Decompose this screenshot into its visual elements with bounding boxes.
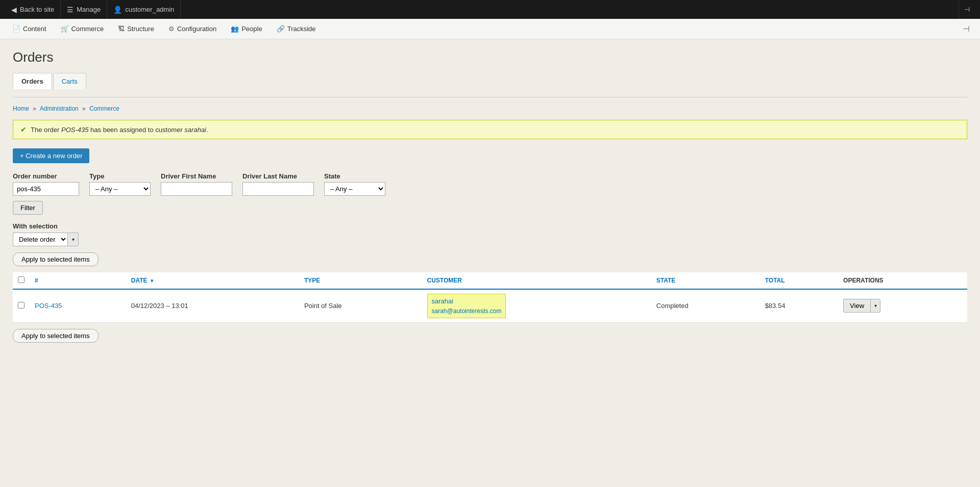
row-date: 04/12/2023 – 13:01 (126, 289, 299, 322)
selection-dropdown-arrow[interactable]: ▾ (67, 233, 79, 246)
driver-first-field: Driver First Name (161, 172, 232, 196)
create-order-button[interactable]: + Create a new order (13, 148, 89, 163)
select-all-header (13, 272, 30, 289)
admin-bar: ◀ Back to site ☰ Manage 👤 customer_admin… (0, 0, 980, 19)
trackside-icon: 🔗 (277, 25, 285, 33)
filter-form: Order number Type – Any – Driver First N… (13, 172, 967, 215)
breadcrumb-home[interactable]: Home (13, 105, 29, 112)
view-dropdown-arrow[interactable]: ▾ (870, 299, 880, 313)
manage-link[interactable]: ☰ Manage (61, 0, 107, 19)
col-header-state: STATE (651, 272, 760, 289)
driver-last-label: Driver Last Name (242, 172, 314, 180)
order-number-input[interactable] (13, 182, 79, 196)
back-to-site-link[interactable]: ◀ Back to site (5, 0, 61, 19)
row-operations: View ▾ (838, 289, 967, 322)
configuration-icon: ⚙ (168, 25, 175, 33)
page-content: Orders Orders Carts Home » Administratio… (0, 39, 980, 487)
breadcrumb-commerce[interactable]: Commerce (89, 105, 119, 112)
nav-item-content[interactable]: 📄 Content (5, 19, 54, 39)
user-icon: 👤 (113, 6, 122, 14)
table-header-row: # DATE ▾ TYPE CUSTOMER STATE TOTAL OPERA… (13, 272, 967, 289)
row-id: POS-435 (30, 289, 126, 322)
back-icon: ◀ (11, 6, 17, 14)
breadcrumb: Home » Administration » Commerce (13, 105, 967, 112)
type-field: Type – Any – (89, 172, 151, 196)
orders-table: # DATE ▾ TYPE CUSTOMER STATE TOTAL OPERA… (13, 272, 967, 323)
driver-last-field: Driver Last Name (242, 172, 314, 196)
row-checkbox-cell (13, 289, 30, 322)
username-label: customer_admin (125, 6, 174, 13)
with-selection-section: With selection Delete order ▾ (13, 222, 967, 246)
content-icon: 📄 (12, 25, 20, 33)
row-customer: sarahai sarah@autointerests.com (422, 289, 651, 322)
order-id-link[interactable]: POS-435 (35, 302, 62, 310)
nav-structure-label: Structure (127, 25, 154, 33)
col-header-date[interactable]: DATE ▾ (126, 272, 299, 289)
people-icon: 👥 (231, 25, 239, 33)
nav-item-commerce[interactable]: 🛒 Commerce (54, 19, 111, 39)
tab-carts[interactable]: Carts (53, 73, 86, 89)
order-number-field: Order number (13, 172, 79, 196)
status-message: ✔ The order POS-435 has been assigned to… (13, 120, 967, 139)
driver-last-input[interactable] (242, 182, 314, 196)
nav-item-trackside[interactable]: 🔗 Trackside (270, 19, 323, 39)
nav-trackside-label: Trackside (287, 25, 316, 33)
nav-item-configuration[interactable]: ⚙ Configuration (161, 19, 224, 39)
tab-orders[interactable]: Orders (13, 73, 52, 89)
customer-email: sarah@autointerests.com (432, 306, 502, 316)
col-header-id[interactable]: # (30, 272, 126, 289)
breadcrumb-administration[interactable]: Administration (40, 105, 79, 112)
driver-first-input[interactable] (161, 182, 232, 196)
nav-people-label: People (241, 25, 262, 33)
col-header-operations: OPERATIONS (838, 272, 967, 289)
apply-bottom-button[interactable]: Apply to selected items (13, 329, 99, 343)
tabs: Orders Carts (13, 73, 967, 89)
view-button[interactable]: View (843, 299, 870, 313)
nav-configuration-label: Configuration (177, 25, 216, 33)
apply-top-button[interactable]: Apply to selected items (13, 252, 99, 266)
menu-icon: ☰ (67, 6, 74, 14)
page-title: Orders (13, 49, 967, 65)
admin-bar-toggle[interactable]: ⊣ (959, 0, 975, 19)
driver-first-label: Driver First Name (161, 172, 232, 180)
state-select[interactable]: – Any – (324, 182, 385, 196)
sort-icon: ▾ (151, 278, 153, 284)
table-row: POS-435 04/12/2023 – 13:01 Point of Sale… (13, 289, 967, 322)
nav-commerce-label: Commerce (71, 25, 104, 33)
order-number-label: Order number (13, 172, 79, 180)
col-header-customer: CUSTOMER (422, 272, 651, 289)
nav-item-people[interactable]: 👥 People (224, 19, 269, 39)
selection-dropdown: Delete order ▾ (13, 233, 79, 246)
manage-label: Manage (77, 6, 101, 13)
col-header-total: TOTAL (760, 272, 838, 289)
type-label: Type (89, 172, 151, 180)
view-btn-wrap: View ▾ (843, 299, 962, 313)
structure-icon: 🏗 (118, 25, 125, 33)
row-checkbox[interactable] (18, 302, 24, 309)
back-to-site-label: Back to site (20, 6, 54, 13)
customer-cell: sarahai sarah@autointerests.com (427, 294, 506, 318)
status-check-icon: ✔ (20, 125, 27, 134)
select-all-checkbox[interactable] (18, 276, 24, 283)
row-total: $83.54 (760, 289, 838, 322)
row-state: Completed (651, 289, 760, 322)
state-label: State (324, 172, 385, 180)
toggle-icon: ⊣ (964, 6, 970, 13)
state-field: State – Any – (324, 172, 385, 196)
customer-name[interactable]: sarahai (432, 296, 502, 306)
row-type: Point of Sale (299, 289, 422, 322)
nav-item-structure[interactable]: 🏗 Structure (111, 19, 161, 39)
user-link[interactable]: 👤 customer_admin (107, 0, 181, 19)
nav-toggle[interactable]: ⊣ (958, 24, 975, 34)
type-select[interactable]: – Any – (89, 182, 151, 196)
selection-action-select[interactable]: Delete order (13, 233, 67, 246)
with-selection-label: With selection (13, 222, 967, 230)
filter-button[interactable]: Filter (13, 201, 43, 215)
main-nav: 📄 Content 🛒 Commerce 🏗 Structure ⚙ Confi… (0, 19, 980, 39)
col-header-type: TYPE (299, 272, 422, 289)
commerce-icon: 🛒 (61, 25, 69, 33)
status-text: The order POS-435 has been assigned to c… (31, 126, 208, 134)
nav-content-label: Content (23, 25, 46, 33)
